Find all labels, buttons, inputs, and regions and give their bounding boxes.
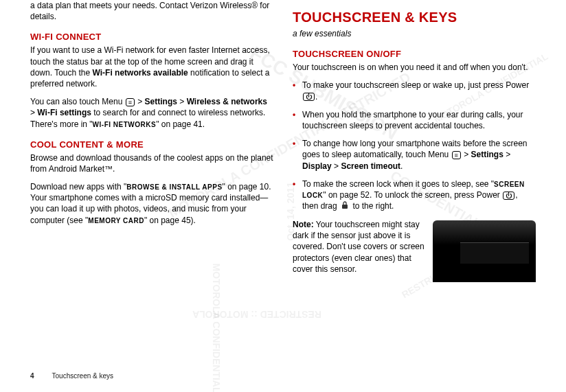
heading-cool-content: COOL CONTENT & MORE [30,139,273,150]
page-number: 4 [30,372,34,380]
list-item: When you hold the smartphone to your ear… [293,109,536,131]
power-icon [503,192,514,200]
wifi-paragraph-1: If you want to use a Wi-Fi network for e… [30,45,273,89]
left-column: a data plan that meets your needs. Conta… [21,0,283,392]
menu-icon [126,98,135,106]
footer-section: Touchscreen & keys [52,372,114,380]
list-item: To make your touchscreen sleep or wake u… [293,80,536,102]
page-footer: 4Touchscreen & keys [30,372,113,380]
right-column: TOUCHSCREEN & KEYS a few essentials TOUC… [283,0,545,392]
heading-touchscreen-keys: TOUCHSCREEN & KEYS [293,10,536,25]
note-label: Note: [293,220,314,229]
phone-image: MOT [433,220,536,282]
heading-wifi-connect: WI-FI CONNECT [30,32,273,42]
list-item: To change how long your smartphone waits… [293,138,536,172]
onoff-intro: Your touchscreen is on when you need it … [293,62,536,73]
cool-paragraph-2: Download new apps with "BROWSE & INSTALL… [30,181,273,226]
list-item: To make the screen lock when it goes to … [293,178,536,212]
note-paragraph: MOT Note: Your touchscreen might stay da… [293,219,536,275]
wifi-paragraph-2: You can also touch Menu > Settings > Wir… [30,96,273,130]
heading-touchscreen-onoff: TOUCHSCREEN ON/OFF [293,49,536,59]
page-content: a data plan that meets your needs. Conta… [0,0,566,392]
phone-logo-text: MOT [491,248,503,255]
svg-rect-0 [342,205,348,209]
subtitle: a few essentials [293,28,536,39]
power-icon [303,93,315,101]
lock-icon [341,201,349,212]
intro-text: a data plan that meets your needs. Conta… [30,0,273,22]
cool-paragraph-1: Browse and download thousands of the coo… [30,152,273,174]
menu-icon [452,151,461,159]
bullet-list: To make your touchscreen sleep or wake u… [293,80,536,212]
